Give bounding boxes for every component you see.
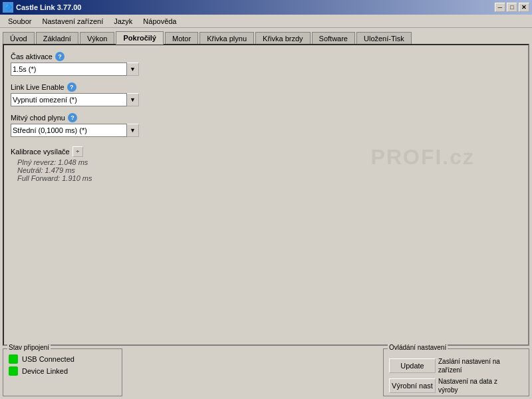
ovladani-group-title: Ovládání nastavení <box>388 344 448 351</box>
link-live-enable-label: Link Live Enable <box>11 83 65 91</box>
usb-led-icon <box>9 354 18 364</box>
vyrobni-description: Nastavení na data z výroby <box>438 377 518 394</box>
tab-software[interactable]: Software <box>312 32 355 45</box>
mitvy-chod-group: Mitvý chod plynu ? Střední (0,1000 ms) (… <box>11 113 521 137</box>
cas-aktivace-dropdown-btn[interactable]: ▼ <box>127 63 139 76</box>
status-group-title: Stav připojení <box>7 344 51 351</box>
tab-vykon[interactable]: Výkon <box>80 32 115 45</box>
close-button[interactable]: ✕ <box>519 3 529 12</box>
ovladani-groupbox: Ovládání nastavení Update Zaslání nastav… <box>383 348 529 396</box>
kalibrace-values: Plný reverz: 1.048 ms Neutrál: 1.479 ms … <box>17 158 521 182</box>
tab-motor[interactable]: Motor <box>165 32 198 45</box>
cas-aktivace-label: Čas aktivace <box>11 53 53 61</box>
tab-krivka-plynu[interactable]: Křivka plynu <box>200 32 254 45</box>
kalibrace-value-2: Full Forward: 1.910 ms <box>17 174 521 182</box>
app-icon: 🔷 <box>3 2 13 13</box>
ovladani-row-update: Update Zaslání nastavení na zařízení <box>389 357 523 374</box>
mitvy-chod-label: Mitvý chod plynu <box>11 114 65 122</box>
link-live-enable-group: Link Live Enable ? Vypnutí omezení (*) Z… <box>11 82 521 106</box>
kalibrace-split-icon[interactable]: ÷ <box>72 146 83 157</box>
menu-soubor[interactable]: Soubor <box>3 16 37 27</box>
mitvy-chod-select[interactable]: Střední (0,1000 ms) (*) Nízký Vysoký <box>11 124 127 137</box>
kalibrace-value-0: Plný reverz: 1.048 ms <box>17 158 521 166</box>
menu-nastaveni[interactable]: Nastavení zařízení <box>37 16 108 27</box>
menu-napoveda[interactable]: Nápověda <box>138 16 182 27</box>
kalibrace-section: Kalibrace vysílače ÷ Plný reverz: 1.048 … <box>11 146 521 182</box>
minimize-button[interactable]: ─ <box>495 3 505 12</box>
window-controls: ─ □ ✕ <box>495 3 529 12</box>
tab-bar: Úvod Základní Výkon Pokročilý Motor Křiv… <box>0 28 532 44</box>
menu-bar: Soubor Nastavení zařízení Jazyk Nápověda <box>0 15 532 28</box>
link-live-enable-select[interactable]: Vypnutí omezení (*) Zapnutí omezení <box>11 93 127 106</box>
device-status-label: Device Linked <box>22 367 68 375</box>
update-button[interactable]: Update <box>389 358 436 373</box>
tab-krivka-brzdy[interactable]: Křivka brzdy <box>255 32 311 45</box>
mitvy-chod-help-icon[interactable]: ? <box>68 113 77 122</box>
kalibrace-value-1: Neutrál: 1.479 ms <box>17 166 521 174</box>
tab-uvod[interactable]: Úvod <box>3 32 35 45</box>
window-title: Castle Link 3.77.00 <box>16 3 81 11</box>
usb-status-label: USB Connected <box>22 355 74 363</box>
cas-aktivace-group: Čas aktivace ? 1.5s (*) 2.0s 3.0s ▼ <box>11 52 521 76</box>
main-content: Čas aktivace ? 1.5s (*) 2.0s 3.0s ▼ Link… <box>3 44 529 346</box>
update-description: Zaslání nastavení na zařízení <box>438 357 518 374</box>
device-led-icon <box>9 366 18 376</box>
status-groupbox: Stav připojení USB Connected Device Link… <box>3 348 122 396</box>
link-live-dropdown-btn[interactable]: ▼ <box>127 93 139 106</box>
cas-aktivace-help-icon[interactable]: ? <box>55 52 65 61</box>
title-bar: 🔷 Castle Link 3.77.00 ─ □ ✕ <box>0 0 532 15</box>
menu-jazyk[interactable]: Jazyk <box>108 16 138 27</box>
status-item-device: Device Linked <box>9 366 116 376</box>
tab-ulozeni-tisk[interactable]: Uložení-Tisk <box>356 32 412 45</box>
ovladani-row-vyrobni: Výrobní nast Nastavení na data z výroby <box>389 377 523 394</box>
kalibrace-title: Kalibrace vysílače <box>11 148 70 156</box>
cas-aktivace-select[interactable]: 1.5s (*) 2.0s 3.0s <box>11 63 127 76</box>
status-item-usb: USB Connected <box>9 354 116 364</box>
mitvy-chod-dropdown-btn[interactable]: ▼ <box>127 124 139 137</box>
tab-pokrocily[interactable]: Pokročilý <box>116 31 164 45</box>
maximize-button[interactable]: □ <box>507 3 517 12</box>
link-live-enable-help-icon[interactable]: ? <box>67 82 76 92</box>
tab-zakladni[interactable]: Základní <box>36 32 78 45</box>
vyrobni-nast-button[interactable]: Výrobní nast <box>389 378 436 393</box>
